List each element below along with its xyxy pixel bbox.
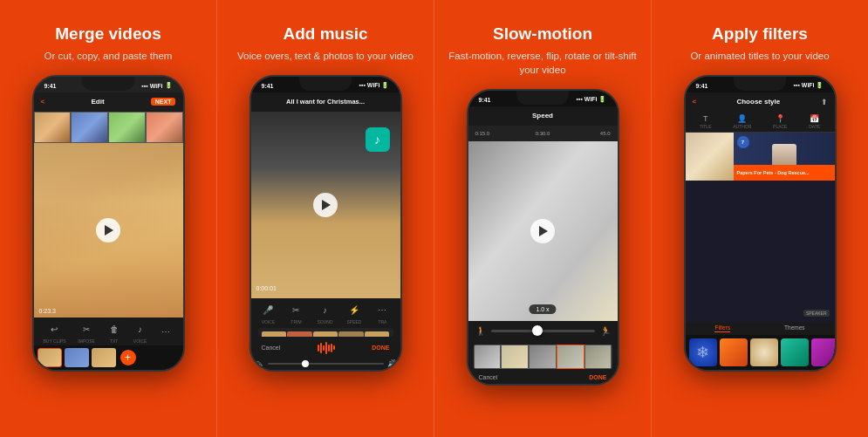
speed-icon: ⚡ (347, 304, 361, 318)
phone-notch (82, 77, 134, 91)
strip-frame-5[interactable] (584, 345, 612, 369)
done-label-slow[interactable]: DONE (589, 374, 606, 380)
tool-delete[interactable]: 🗑 TXT (107, 323, 121, 344)
filter-section-labels: Filters Themes (686, 322, 835, 335)
tra-icon: ⋯ (375, 304, 389, 318)
tab-place[interactable]: 📍 PLACE (773, 114, 787, 129)
strip-frame-1[interactable] (474, 345, 502, 369)
speed-indicator: 1.0 x (529, 304, 556, 314)
filter-thumb-5[interactable] (811, 338, 835, 366)
audio-segment-2 (287, 331, 312, 337)
news-body: SPEAKER (686, 181, 835, 322)
back-button[interactable]: < (41, 98, 45, 106)
share-icon[interactable]: ⬆ (821, 98, 828, 106)
section-filters[interactable]: Filters (714, 324, 730, 332)
cancel-done-bar-slow: Cancel DONE (468, 372, 618, 382)
marker-1: 0:15.0 (475, 131, 521, 136)
strip-thumb-2[interactable] (65, 348, 89, 367)
volume-down-icon: 🔈 (255, 359, 264, 368)
news-preview: 7 Papers For Pets - Dog Rescue... SPEAKE… (686, 133, 835, 322)
strip-thumb-1[interactable] (38, 348, 62, 367)
tab-title[interactable]: T TITLE (700, 114, 712, 129)
fast-speed-icon: 🏃 (600, 326, 611, 336)
news-top: 7 Papers For Pets - Dog Rescue... (686, 133, 835, 181)
timeline-thumb-3[interactable] (108, 112, 146, 143)
panel-filters-subtitle: Or animated titles to your video (690, 49, 829, 63)
trim-icon: ✂ (289, 304, 303, 318)
author-tab-icon: 👤 (737, 114, 747, 123)
tool-tra[interactable]: ⋯ TRA (375, 304, 389, 324)
phone-music: 9:41 ▪▪▪ WiFi 🔋 All I want for Christmas… (249, 75, 402, 372)
timeline-thumb-2[interactable] (71, 112, 108, 143)
tool-undo[interactable]: ↩ BUY CLIPS (43, 323, 65, 344)
cancel-done-bar: Cancel DONE (251, 338, 400, 358)
style-title: Choose style (736, 98, 780, 106)
status-icons-3: ▪▪▪ WiFi 🔋 (576, 96, 606, 103)
phone-slowmotion: 9:41 ▪▪▪ WiFi 🔋 Speed 0:15.0 0:30.0 45.0… (467, 89, 619, 386)
phone-notch-3 (516, 91, 569, 105)
cut-icon: ✂ (79, 323, 93, 337)
tool-speed[interactable]: ⚡ SPEED (347, 304, 362, 324)
audio-segment-4 (338, 331, 364, 337)
play-button-2[interactable] (313, 193, 338, 217)
panel-slowmotion-subtitle: Fast-motion, reverse, flip, rotate or ti… (443, 49, 642, 77)
waveform (318, 342, 335, 354)
date-tab-label: DATE (809, 124, 820, 129)
status-icons-2: ▪▪▪ WiFi 🔋 (359, 82, 389, 89)
strip-frame-4[interactable] (557, 345, 584, 369)
bottom-icons-music: 🔈 🔊 (251, 358, 400, 370)
tool-cut[interactable]: ✂ IMPOSE (78, 323, 94, 344)
panel-filters: Apply filters Or animated titles to your… (651, 0, 868, 437)
panel-merge: Merge videos Or cut, copy, and paste the… (0, 0, 216, 437)
slider-thumb (532, 325, 543, 336)
tool-voice[interactable]: ♪ VOICE (133, 323, 147, 344)
video-full: ♪ 0:00:01 (251, 112, 400, 298)
tab-author[interactable]: 👤 AUTHOR (733, 114, 751, 129)
status-time-3: 9:41 (479, 97, 491, 103)
video-time: 0:00:01 (256, 285, 277, 291)
audio-timeline-bar (258, 331, 393, 337)
strip-frame-3[interactable] (529, 345, 557, 369)
done-label[interactable]: DONE (372, 345, 389, 351)
filter-thumb-1[interactable] (689, 338, 717, 366)
status-icons: ▪▪▪ WiFi 🔋 (141, 82, 172, 89)
audio-segment-3 (313, 331, 338, 337)
section-themes[interactable]: Themes (784, 324, 804, 332)
next-button[interactable]: NEXT (151, 98, 176, 106)
bottom-toolbar: ↩ BUY CLIPS ✂ IMPOSE 🗑 TXT ♪ VOICE (34, 318, 183, 370)
phone-screen-filters: 9:41 ▪▪▪ WiFi 🔋 < Choose style ⬆ T TITLE… (686, 77, 835, 370)
filter-thumb-2[interactable] (720, 338, 748, 366)
tool-row: ↩ BUY CLIPS ✂ IMPOSE 🗑 TXT ♪ VOICE (34, 318, 183, 345)
top-bar-speed: Speed (468, 106, 618, 126)
strip-thumb-3[interactable] (92, 348, 116, 367)
video-timestamp: 0:23.3 (39, 308, 56, 314)
audio-segment-1 (262, 331, 287, 337)
cancel-label-slow[interactable]: Cancel (479, 374, 498, 380)
audio-timeline[interactable] (258, 328, 393, 337)
timeline-thumb-1[interactable] (34, 112, 72, 143)
panel-music-subtitle: Voice overs, text & photos to your video (237, 49, 413, 63)
tool-voice-2[interactable]: 🎤 VOICE (261, 304, 275, 324)
speed-slider[interactable] (491, 330, 595, 332)
tab-date[interactable]: 📅 DATE (809, 114, 820, 129)
top-bar: < Edit NEXT (34, 92, 183, 112)
strip-frame-2[interactable] (501, 345, 529, 369)
status-time-4: 9:41 (696, 83, 708, 89)
volume-up-icon: 🔊 (387, 359, 397, 368)
tool-more[interactable]: ⋯ (159, 325, 173, 341)
back-button-4[interactable]: < (693, 98, 697, 106)
tool-trim[interactable]: ✂ TRIM (289, 304, 303, 324)
tool-sound[interactable]: ♪ SOUND (317, 304, 332, 324)
filter-thumb-4[interactable] (781, 338, 809, 366)
timeline-thumb-4[interactable] (146, 112, 183, 143)
filter-thumb-3[interactable] (750, 338, 778, 366)
phone-notch-4 (734, 77, 786, 91)
play-button-3[interactable] (530, 219, 555, 243)
speaker-badge: SPEAKER (803, 310, 830, 317)
title-tab-icon: T (703, 114, 708, 123)
news-logo: 7 (737, 136, 749, 148)
cancel-label[interactable]: Cancel (262, 345, 281, 351)
play-button[interactable] (96, 218, 120, 242)
edit-label: Edit (91, 98, 104, 106)
add-clip-button[interactable]: + (120, 350, 136, 365)
